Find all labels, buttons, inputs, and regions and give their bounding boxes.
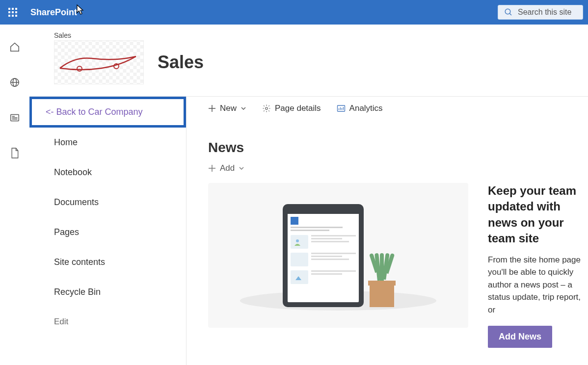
svg-line-1 [509,13,511,15]
search-box[interactable] [498,5,583,20]
rail-home-button[interactable] [7,39,23,55]
site-header: Sales Sales [29,25,588,96]
app-name[interactable]: SharePoint [30,7,77,18]
cursor-icon [74,4,84,19]
search-input[interactable] [518,8,577,17]
cmd-analytics-label: Analytics [349,104,383,113]
svg-point-21 [296,239,299,242]
rail-files-button[interactable] [7,145,23,161]
left-nav: <- Back to Car Company Home Notebook Doc… [29,97,187,365]
waffle-icon [8,8,17,17]
back-link[interactable]: <- Back to Car Company [46,107,143,117]
cmd-new-label: New [220,104,237,113]
cmd-analytics[interactable]: Analytics [337,104,383,113]
nav-item-site-contents[interactable]: Site contents [29,247,186,277]
news-heading: News [208,140,588,156]
nav-item-pages[interactable]: Pages [29,217,186,247]
news-add-label: Add [220,163,235,173]
svg-point-0 [505,9,510,14]
svg-point-13 [266,107,268,110]
cmd-new[interactable]: New [208,104,246,113]
add-news-button[interactable]: Add News [488,326,552,348]
nav-edit-link[interactable]: Edit [29,307,186,337]
app-launcher-button[interactable] [5,4,21,20]
site-title: Sales [158,52,204,73]
news-illustration [208,183,468,328]
command-bar: New Page details [208,97,588,120]
suite-bar: SharePoint [0,0,588,25]
cmd-page-details[interactable]: Page details [262,104,321,113]
breadcrumb[interactable]: Sales [54,31,563,39]
news-card-title: Keep your team updated with news on your… [488,183,588,247]
cmd-page-details-label: Page details [275,104,321,113]
back-link-highlight: <- Back to Car Company [29,97,186,128]
news-add-button[interactable]: Add [208,163,588,173]
gear-icon [262,104,271,113]
plus-icon [208,104,216,112]
svg-point-9 [77,66,82,71]
nav-item-notebook[interactable]: Notebook [29,157,186,187]
news-card-description: From the site home page you'll be able t… [488,254,588,316]
rail-global-button[interactable] [7,75,23,90]
chevron-down-icon [239,165,244,171]
chevron-down-icon [241,105,246,111]
rail-news-button[interactable] [7,110,23,126]
plus-icon [208,164,216,172]
site-logo[interactable] [54,40,144,84]
nav-item-home[interactable]: Home [29,128,186,157]
svg-rect-14 [337,105,345,111]
nav-item-documents[interactable]: Documents [29,187,186,217]
app-rail [0,25,29,365]
nav-item-recycle-bin[interactable]: Recycle Bin [29,277,186,307]
search-icon [504,8,513,17]
analytics-icon [337,104,346,113]
